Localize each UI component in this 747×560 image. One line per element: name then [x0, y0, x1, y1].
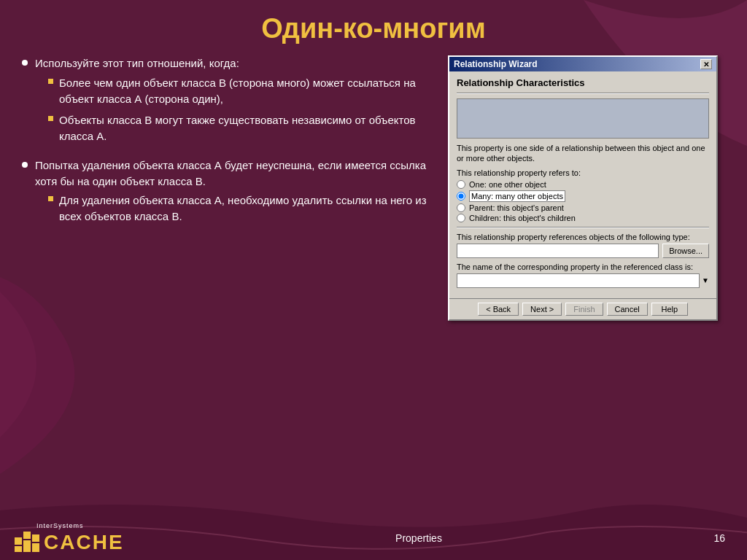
- dialog-browse-row: Browse...: [457, 244, 709, 258]
- bullet-text-1: Используйте этот тип отношений, когда:: [35, 57, 239, 69]
- dialog-finish-button[interactable]: Finish: [565, 303, 603, 316]
- dialog-image-area: [457, 98, 709, 139]
- dialog-info-text: This property is one side of a relations…: [457, 143, 709, 164]
- radio-item-2[interactable]: Parent: this object's parent: [457, 203, 709, 212]
- dialog-browse-button[interactable]: Browse...: [662, 244, 709, 258]
- relationship-wizard-dialog: Relationship Wizard ✕ Relationship Chara…: [448, 55, 718, 321]
- dialog-close-button[interactable]: ✕: [700, 59, 712, 69]
- svg-rect-4: [23, 540, 31, 552]
- dropdown-arrow-icon: ▼: [702, 276, 709, 284]
- dialog-property-dropdown[interactable]: [457, 273, 700, 288]
- bullet-text-2: Попытка удаления объекта класса А будет …: [35, 159, 426, 187]
- dialog-next-button[interactable]: Next >: [522, 303, 562, 316]
- radio-children[interactable]: [457, 214, 465, 222]
- sub-bullet-square-2-1: [48, 196, 53, 201]
- dialog-titlebar: Relationship Wizard ✕: [449, 57, 716, 71]
- radio-item-3[interactable]: Children: this object's children: [457, 214, 709, 222]
- sub-bullet-text-2-1: Для удаления объекта класса А, необходим…: [59, 192, 433, 225]
- dialog-name-label: The name of the corresponding property i…: [457, 262, 709, 271]
- sub-bullet-text-1-1: Более чем один объект класса B (сторона …: [59, 75, 433, 107]
- radio-item-0[interactable]: One: one other object: [457, 180, 709, 189]
- radio-parent[interactable]: [457, 203, 465, 212]
- dialog-dropdown-row: ▼: [457, 273, 709, 288]
- footer-center-text: Properties: [395, 532, 442, 544]
- cache-logo-text: CACHE: [44, 531, 124, 554]
- footer-page-number: 16: [713, 532, 725, 544]
- svg-rect-3: [23, 532, 31, 539]
- svg-rect-2: [15, 546, 22, 552]
- svg-rect-6: [32, 543, 39, 552]
- svg-rect-5: [32, 534, 39, 542]
- dialog-body: Relationship Characteristics This proper…: [449, 71, 716, 298]
- radio-label-1: Many: many other objects: [469, 190, 565, 202]
- dialog-help-button[interactable]: Help: [651, 303, 688, 316]
- dialog-refers-label: This relationship property refers to:: [457, 168, 709, 177]
- radio-label-0: One: one other object: [469, 180, 546, 189]
- radio-label-3: Children: this object's children: [469, 214, 576, 222]
- bullet-item-2: Попытка удаления объекта класса А будет …: [22, 158, 433, 230]
- dialog-back-button[interactable]: < Back: [478, 303, 519, 316]
- right-dialog-panel: Relationship Wizard ✕ Relationship Chara…: [448, 52, 725, 518]
- radio-one[interactable]: [457, 180, 465, 189]
- cache-logo-icon: [15, 532, 40, 553]
- radio-many[interactable]: [457, 192, 465, 201]
- bullet-dot-1: [22, 60, 28, 66]
- sub-bullet-square-1-1: [48, 79, 53, 84]
- bullet-dot-2: [22, 162, 28, 168]
- dialog-cancel-button[interactable]: Cancel: [607, 303, 648, 316]
- svg-rect-1: [15, 537, 22, 545]
- dialog-ref-label: This relationship property references ob…: [457, 233, 709, 241]
- slide-footer: InterSystems CACHE Properties 16: [0, 518, 747, 560]
- dialog-title: Relationship Wizard: [454, 59, 538, 69]
- bullet-item-1: Используйте этот тип отношений, когда: Б…: [22, 55, 433, 150]
- radio-label-2: Parent: this object's parent: [469, 203, 564, 212]
- sub-bullet-1-2: Объекты класса B могут также существоват…: [48, 112, 433, 144]
- dialog-type-textbox[interactable]: [457, 244, 659, 258]
- left-content-panel: Используйте этот тип отношений, когда: Б…: [22, 52, 433, 518]
- sub-bullet-2-1: Для удаления объекта класса А, необходим…: [48, 192, 433, 225]
- sub-bullet-text-1-2: Объекты класса B могут также существоват…: [59, 112, 433, 144]
- dialog-radio-group: One: one other object Many: many other o…: [457, 180, 709, 222]
- logo-area: InterSystems CACHE: [15, 522, 124, 554]
- dialog-section-title: Relationship Characteristics: [457, 77, 709, 88]
- cache-logo: CACHE: [15, 531, 124, 554]
- intersystems-label: InterSystems: [36, 522, 84, 529]
- sub-bullet-square-1-2: [48, 116, 53, 121]
- radio-item-1[interactable]: Many: many other objects: [457, 190, 709, 202]
- dialog-footer: < Back Next > Finish Cancel Help: [449, 298, 716, 319]
- dialog-separator-1: [457, 93, 709, 94]
- sub-bullet-1-1: Более чем один объект класса B (сторона …: [48, 75, 433, 107]
- dialog-ref-section: This relationship property references ob…: [457, 233, 709, 288]
- dialog-separator-2: [457, 227, 709, 228]
- slide-title: Один-ко-многим: [0, 0, 747, 52]
